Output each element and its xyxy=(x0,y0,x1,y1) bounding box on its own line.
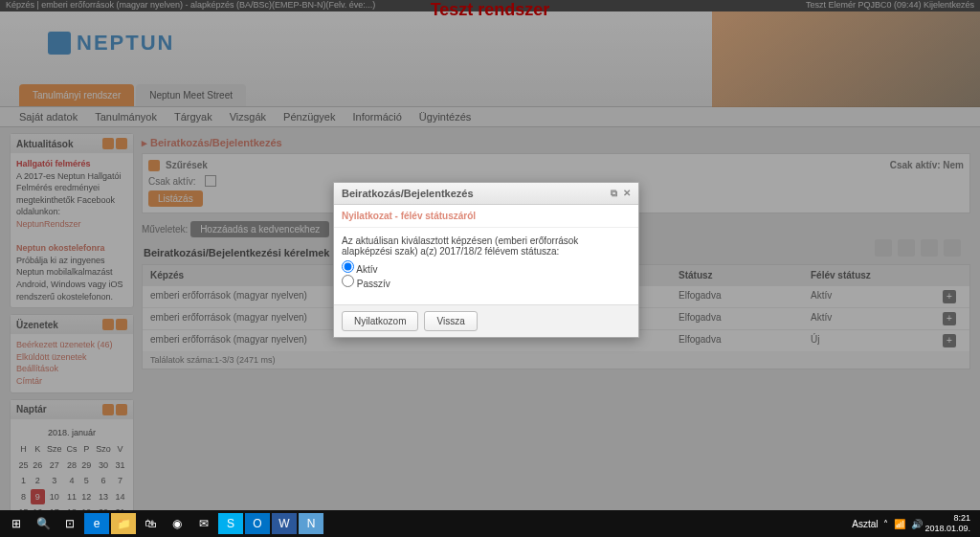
outlook-icon[interactable]: O xyxy=(245,513,270,534)
modal-title: Beiratkozás/Bejelentkezés xyxy=(342,188,474,199)
edge-icon[interactable]: e xyxy=(84,513,109,534)
chrome-icon[interactable]: ◉ xyxy=(165,513,189,534)
enrollment-modal: Beiratkozás/Bejelentkezés ⧉ ✕ Nyilatkoza… xyxy=(333,182,639,338)
radio-passive[interactable]: Passzív xyxy=(342,275,631,289)
neptun-icon[interactable]: N xyxy=(299,513,323,534)
radio-active[interactable]: Aktív xyxy=(342,260,631,275)
popout-icon[interactable]: ⧉ xyxy=(611,188,617,199)
start-icon[interactable]: ⊞ xyxy=(4,513,29,534)
store-icon[interactable]: 🛍 xyxy=(138,513,163,534)
clock[interactable]: 8:21 2018.01.09. xyxy=(924,513,976,534)
mail-icon[interactable]: ✉ xyxy=(191,513,216,534)
search-icon[interactable]: 🔍 xyxy=(31,513,56,534)
declare-button[interactable]: Nyilatkozom xyxy=(342,311,418,331)
system-tray[interactable]: Asztal ˄ 📶 🔊 xyxy=(852,519,923,529)
back-button[interactable]: Vissza xyxy=(424,311,477,331)
skype-icon[interactable]: S xyxy=(218,513,243,534)
modal-subtitle: Nyilatkozat - félév státuszáról xyxy=(334,205,638,228)
network-icon[interactable]: 📶 xyxy=(894,519,905,529)
tray-up-icon[interactable]: ˄ xyxy=(883,519,888,529)
close-icon[interactable]: ✕ xyxy=(623,188,631,199)
word-icon[interactable]: W xyxy=(272,513,297,534)
modal-text: Az aktuálisan kiválasztott képzésen (emb… xyxy=(342,235,631,257)
windows-taskbar[interactable]: ⊞ 🔍 ⊡ e 📁 🛍 ◉ ✉ S O W N Asztal ˄ 📶 🔊 8:2… xyxy=(0,510,980,537)
taskview-icon[interactable]: ⊡ xyxy=(57,513,82,534)
sound-icon[interactable]: 🔊 xyxy=(911,519,923,529)
explorer-icon[interactable]: 📁 xyxy=(111,513,136,534)
